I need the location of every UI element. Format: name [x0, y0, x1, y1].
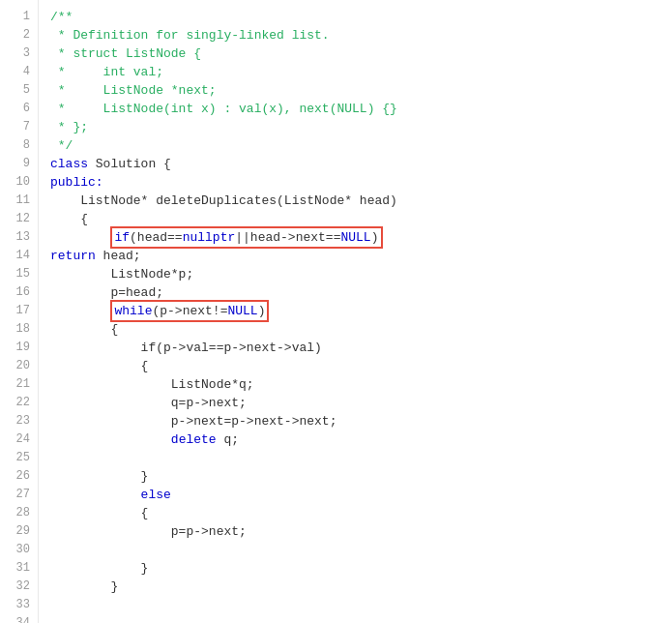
line-number: 14: [0, 247, 38, 265]
code-token: * struct ListNode {: [50, 44, 201, 63]
highlighted-code: if(head==nullptr||head->next==NULL): [110, 226, 382, 249]
code-token: p=p->next;: [50, 522, 247, 541]
line-number: 26: [0, 467, 38, 486]
code-token: [50, 302, 110, 320]
code-content[interactable]: /** * Definition for singly-linked list.…: [39, 0, 672, 623]
code-line: * struct ListNode {: [50, 44, 672, 63]
code-token: */: [50, 136, 73, 155]
line-number: 4: [0, 63, 38, 81]
line-number: 32: [0, 578, 38, 596]
line-number: 20: [0, 357, 38, 375]
code-token: * Definition for singly-linked list.: [50, 26, 330, 44]
line-number: 19: [0, 339, 38, 357]
line-number: 29: [0, 522, 38, 541]
code-token: }: [50, 467, 148, 486]
code-line: else: [50, 486, 672, 504]
code-line: ListNode*p;: [50, 265, 672, 283]
code-token: * ListNode(int x) : val(x), next(NULL) {…: [50, 100, 397, 118]
code-line: q=p->next;: [50, 394, 672, 412]
code-token: public:: [50, 173, 103, 192]
code-line: }: [50, 559, 672, 578]
line-number: 7: [0, 118, 38, 136]
code-token: ListNode*p;: [50, 265, 193, 283]
line-number: 27: [0, 486, 38, 504]
code-token: {: [50, 357, 148, 375]
code-line: * int val;: [50, 63, 672, 81]
code-token: }: [50, 578, 118, 596]
line-number: 10: [0, 173, 38, 192]
code-token: p->next=p->next->next;: [50, 412, 336, 430]
code-line: if(p->val==p->next->val): [50, 339, 672, 357]
code-token: if(p->val==p->next->val): [50, 339, 322, 357]
line-number: 25: [0, 449, 38, 467]
code-area: 1234567891011121314151617181920212223242…: [0, 0, 672, 623]
line-number: 22: [0, 394, 38, 412]
code-token: Solution {: [88, 155, 171, 173]
code-token: q=p->next;: [50, 394, 247, 412]
line-number: 34: [0, 614, 38, 623]
code-token: /**: [50, 8, 73, 26]
code-line: * Definition for singly-linked list.: [50, 26, 672, 44]
code-token: {: [50, 320, 118, 339]
code-token: {: [50, 210, 88, 228]
line-number: 1: [0, 8, 38, 26]
line-number: 9: [0, 155, 38, 173]
code-line: */: [50, 136, 672, 155]
code-line: if(head==nullptr||head->next==NULL): [50, 228, 672, 247]
code-line: * ListNode(int x) : val(x), next(NULL) {…: [50, 100, 672, 118]
code-line: ListNode*q;: [50, 375, 672, 394]
code-editor: 1234567891011121314151617181920212223242…: [0, 0, 672, 623]
line-number: 11: [0, 192, 38, 210]
code-token: * };: [50, 118, 88, 136]
code-line: [50, 614, 672, 623]
code-token: delete q;: [50, 430, 239, 449]
code-line: }: [50, 578, 672, 596]
line-number: 3: [0, 44, 38, 63]
code-line: while(p->next!=NULL): [50, 302, 672, 320]
line-number: 31: [0, 559, 38, 578]
line-number: 12: [0, 210, 38, 228]
line-number: 6: [0, 100, 38, 118]
line-number: 23: [0, 412, 38, 430]
code-line: [50, 596, 672, 614]
code-line: p=p->next;: [50, 522, 672, 541]
line-number: 17: [0, 302, 38, 320]
code-line: {: [50, 320, 672, 339]
code-line: ListNode* deleteDuplicates(ListNode* hea…: [50, 192, 672, 210]
code-token: {: [50, 504, 148, 522]
code-line: class Solution {: [50, 155, 672, 173]
line-number: 5: [0, 81, 38, 100]
line-number: 13: [0, 228, 38, 247]
code-line: [50, 449, 672, 467]
code-line: {: [50, 504, 672, 522]
code-line: }: [50, 467, 672, 486]
line-number: 2: [0, 26, 38, 44]
code-token: * int val;: [50, 63, 163, 81]
code-line: return head;: [50, 247, 672, 265]
code-token: ListNode*q;: [50, 375, 254, 394]
code-token: class: [50, 155, 88, 173]
code-token: return head;: [50, 247, 141, 265]
line-number: 16: [0, 283, 38, 302]
line-number: 24: [0, 430, 38, 449]
code-line: public:: [50, 173, 672, 192]
line-number: 18: [0, 320, 38, 339]
line-number: 33: [0, 596, 38, 614]
code-token: ListNode* deleteDuplicates(ListNode* hea…: [50, 192, 397, 210]
code-line: [50, 541, 672, 559]
highlighted-code: while(p->next!=NULL): [110, 300, 269, 322]
line-number: 15: [0, 265, 38, 283]
line-numbers: 1234567891011121314151617181920212223242…: [0, 0, 39, 623]
code-token: else: [50, 486, 171, 504]
line-number: 8: [0, 136, 38, 155]
code-line: * ListNode *next;: [50, 81, 672, 100]
code-token: [50, 228, 110, 247]
code-line: /**: [50, 8, 672, 26]
line-number: 30: [0, 541, 38, 559]
code-token: }: [50, 559, 148, 578]
code-token: * ListNode *next;: [50, 81, 217, 100]
line-number: 28: [0, 504, 38, 522]
line-number: 21: [0, 375, 38, 394]
code-line: * };: [50, 118, 672, 136]
code-line: p->next=p->next->next;: [50, 412, 672, 430]
